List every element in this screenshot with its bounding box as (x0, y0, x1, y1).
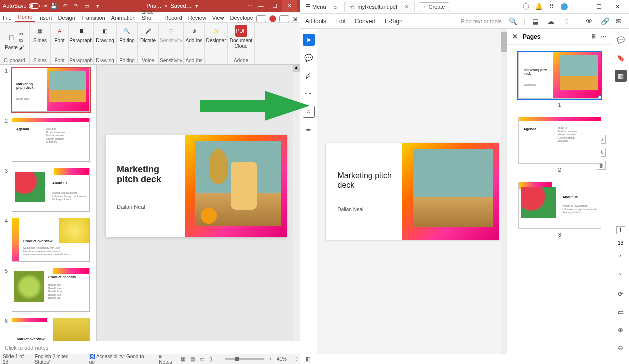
acro-status-icon[interactable]: ◧ (306, 356, 310, 362)
notification-icon[interactable]: 🔔 (535, 3, 543, 11)
tab-developer[interactable]: Develope (228, 14, 256, 22)
pdf-page-1[interactable]: Marketing pitchdeck Dailan Neal (326, 143, 499, 240)
tab-file[interactable]: File (0, 14, 15, 22)
link-icon[interactable]: 🔗 (601, 18, 609, 26)
convert-button[interactable]: Convert (355, 18, 376, 25)
insert-page-icon[interactable]: ⎘ (592, 33, 596, 40)
acro-close-button[interactable]: ✕ (611, 4, 625, 10)
home-button[interactable]: ⌂ (330, 4, 342, 10)
slide-thumbnails-panel[interactable]: 1 Marketing pitch deck Dailan Neal 2 Age… (0, 65, 97, 341)
slide-author[interactable]: Dailan Neal (117, 204, 146, 210)
next-page-icon[interactable]: ˅ (615, 270, 627, 282)
thumbnails-panel-icon[interactable]: ▥ (615, 70, 627, 82)
slide-thumb-3[interactable]: 3 About us Aiming to revolutionize indus… (5, 168, 92, 212)
slide-editor[interactable]: ▲ Marketingpitch deck Dailan Neal (97, 65, 300, 341)
editor-scrollbar[interactable]: ▲ (293, 65, 300, 341)
zoom-in-tool-icon[interactable]: ⊕ (615, 324, 627, 336)
email-icon[interactable]: ✉ (616, 18, 624, 26)
view-normal-icon[interactable]: ▦ (181, 356, 186, 362)
copy-icon[interactable]: ⧉ (20, 38, 24, 44)
account-avatar[interactable] (561, 4, 568, 10)
dictate-button[interactable]: 🎤 Dictate (140, 25, 156, 44)
share-icon[interactable] (280, 16, 290, 22)
addins-button[interactable]: ⊕ Add-ins (186, 25, 203, 44)
view-reading-icon[interactable]: ▭ (200, 356, 204, 362)
help-icon[interactable]: ⓘ (522, 3, 530, 11)
designer-button[interactable]: ✨ Designer (206, 25, 226, 44)
comments-icon[interactable] (256, 16, 266, 22)
autosave-toggle[interactable]: AutoSave Off (3, 3, 47, 9)
save-icon[interactable]: 💾 (50, 2, 58, 10)
close-panel-icon[interactable]: ✕ (512, 33, 518, 40)
tab-close-icon[interactable]: ✕ (404, 4, 410, 10)
slide-thumb-2[interactable]: 2 Agenda About us Product overview Marke… (5, 118, 92, 162)
acro-maximize-button[interactable]: ☐ (592, 4, 606, 10)
drawing-button[interactable]: ◧ Drawing (96, 25, 114, 44)
comments-panel-icon[interactable]: 💬 (615, 34, 627, 46)
ribbon-display-icon[interactable]: ⋯ (246, 2, 254, 10)
zoom-out-icon[interactable]: − (218, 356, 220, 362)
undo-icon[interactable]: ↶ (61, 2, 69, 10)
acro-menu-button[interactable]: ☰ Menu (302, 2, 330, 12)
maximize-button[interactable]: ☐ (268, 0, 282, 12)
acro-minimize-button[interactable]: — (573, 4, 587, 10)
find-label[interactable]: Find text or tools (461, 18, 502, 24)
status-accessibility[interactable]: ♿ Accessibility: Good to go (90, 354, 150, 364)
zoom-slider[interactable] (226, 358, 264, 360)
start-slideshow-icon[interactable]: ▭ (83, 2, 91, 10)
record-icon[interactable] (270, 16, 276, 22)
zoom-level[interactable]: 41% (277, 356, 287, 362)
esign-button[interactable]: E-Sign (385, 18, 403, 25)
select-tool[interactable]: ➤ (303, 34, 315, 46)
edit-button[interactable]: Edit (336, 18, 346, 25)
tab-design[interactable]: Design (56, 14, 78, 22)
slide-thumb-5[interactable]: 5 Product benefits Benefit one Benefit t… (5, 268, 92, 312)
page-thumb-3[interactable]: About us Aiming to revolutionize industr… (518, 182, 602, 229)
page-thumb-2[interactable]: Agenda About us Product overview Market … (518, 117, 602, 164)
star-icon[interactable]: ☆ (350, 4, 355, 10)
tab-animations[interactable]: Animation (108, 14, 139, 22)
paste-button[interactable]: 📋 Paste (5, 32, 18, 50)
editing-button[interactable]: 🔍 Editing (120, 25, 135, 44)
highlight-tool[interactable]: 🖊 (303, 70, 315, 82)
acro-scrollbar[interactable] (501, 29, 507, 354)
format-painter-icon[interactable]: 🖌 (20, 45, 24, 50)
cut-icon[interactable]: ✂ (20, 32, 24, 37)
ribbon-collapse-icon[interactable]: ⇲ (292, 16, 297, 22)
draw-tool[interactable]: 〰 (303, 88, 315, 100)
upload-icon[interactable]: ☁ (548, 18, 556, 26)
zoom-in-icon[interactable]: + (269, 356, 272, 362)
textbox-tool[interactable]: A (303, 106, 315, 118)
page-display-icon[interactable]: ▭ (615, 306, 627, 318)
adobe-cloud-button[interactable]: PDF Document Cloud (230, 25, 253, 49)
status-language[interactable]: English (United States) (35, 354, 84, 364)
notes-placeholder[interactable]: Click to add notes (0, 341, 300, 354)
acro-document-tab[interactable]: ☆ myResultant.pdf ✕ (344, 1, 415, 12)
bookmarks-icon[interactable]: 🔖 (615, 52, 627, 64)
search-icon[interactable]: 🔍 (509, 18, 517, 26)
save-file-icon[interactable]: ⬓ (532, 18, 540, 26)
tab-transitions[interactable]: Transition (78, 14, 108, 22)
view-slideshow-icon[interactable]: ▯ (210, 356, 212, 362)
view-sorter-icon[interactable]: ▤ (190, 356, 195, 362)
notes-button[interactable]: ≡ Notes (159, 354, 176, 364)
tab-slideshow[interactable]: Slide Sho (139, 8, 162, 22)
acro-canvas[interactable]: Marketing pitchdeck Dailan Neal (318, 29, 507, 354)
pages-thumbnail-list[interactable]: ↻ ⇱ 🗑 Marketing pitch deck Dailan Neal 1… (508, 45, 612, 354)
slide-thumb-6[interactable]: 6 Market overview (5, 318, 92, 341)
fit-to-window-icon[interactable]: ⛶ (292, 356, 297, 362)
qat-more-icon[interactable]: ▾ (94, 2, 102, 10)
tab-review[interactable]: Review (186, 14, 210, 22)
page-number-field[interactable]: 1 (616, 226, 626, 234)
sensitivity-button[interactable]: 🛡 Sensitivity (160, 25, 182, 44)
more-options-icon[interactable]: ⋯ (600, 33, 607, 40)
new-slide-button[interactable]: ▦ Slides (34, 25, 47, 44)
tab-view[interactable]: View (210, 14, 228, 22)
redo-icon[interactable]: ↷ (72, 2, 80, 10)
minimize-button[interactable]: — (254, 0, 268, 12)
create-button[interactable]: + Create (419, 2, 450, 12)
sign-tool[interactable]: ✒ (303, 124, 315, 136)
status-slide-pos[interactable]: Slide 1 of 13 (3, 354, 30, 364)
main-slide[interactable]: Marketingpitch deck Dailan Neal (106, 135, 287, 237)
page-thumb-1[interactable]: Marketing pitch deck Dailan Neal (518, 52, 602, 99)
